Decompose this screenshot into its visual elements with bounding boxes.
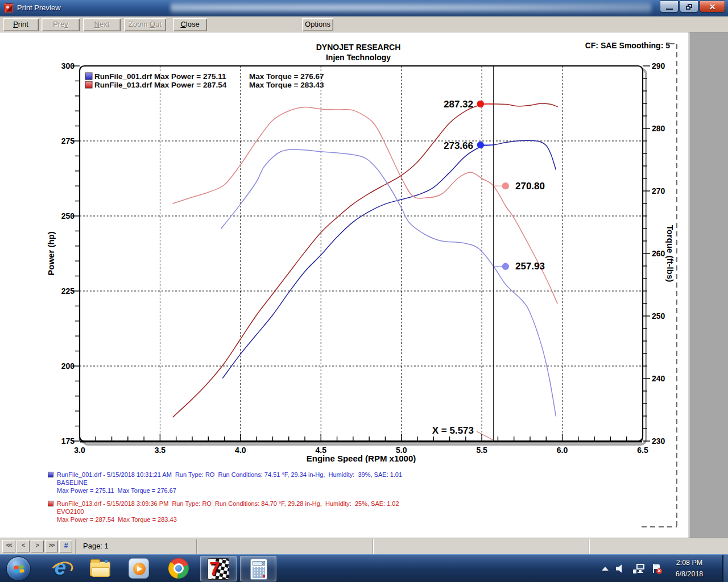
- y-right-tick-label: 230: [652, 436, 665, 446]
- legend-run013-power: RunFile_013.drf Max Power = 287.54: [94, 81, 227, 89]
- show-desktop-button[interactable]: [722, 555, 728, 582]
- x-tick-label: 6.5: [637, 446, 648, 455]
- y-left-tick-label: 300: [61, 61, 75, 70]
- run013-name: EVO2100: [57, 508, 84, 516]
- goto-page-button[interactable]: #: [59, 540, 72, 552]
- x-tick-label: 4.0: [235, 446, 246, 455]
- zoom-out-button[interactable]: Zoom Out: [124, 18, 166, 31]
- window-title: Print Preview: [17, 0, 61, 16]
- run001-name: BASELINE: [57, 479, 88, 487]
- legend-run001-power: RunFile_001.drf Max Power = 275.11: [94, 72, 226, 81]
- x-tick-label: 6.0: [557, 446, 568, 455]
- next-button[interactable]: Next: [83, 18, 121, 31]
- calculator-taskbar-button[interactable]: 0: [240, 556, 276, 581]
- annotation-power-013: 287.32: [444, 99, 473, 110]
- run001-conditions: RunFile_001.drf - 5/15/2018 10:31:21 AM …: [57, 471, 402, 479]
- cursor-marker: [477, 142, 484, 148]
- blurred-background-window-title: [171, 2, 651, 14]
- taskbar: e 7 0 ✕ 2:08 PM 6/8/2018: [0, 554, 728, 582]
- close-icon: ✕: [709, 2, 716, 11]
- hidden-icons-icon[interactable]: [602, 567, 609, 571]
- y-left-tick-label: 200: [61, 361, 75, 371]
- system-tray: ✕: [602, 555, 662, 582]
- annotation-power-001: 273.66: [444, 140, 473, 151]
- dyno-chart: 3.03.54.04.55.05.56.06.53002752502252001…: [0, 32, 728, 538]
- y-left-tick-label: 250: [61, 211, 75, 221]
- title-bar: Print Preview ✕: [0, 0, 728, 16]
- media-player-icon[interactable]: [129, 558, 149, 579]
- statusbar-divider: [75, 539, 76, 554]
- screen: Print Preview ✕ Print Prev Next Zoom Out…: [0, 0, 728, 582]
- cursor-marker: [502, 263, 509, 270]
- print-button[interactable]: Print: [3, 18, 39, 31]
- legend-run013-torque: Max Torque = 283.43: [249, 81, 324, 89]
- statusbar-divider: [196, 539, 197, 554]
- restore-button[interactable]: [680, 1, 698, 13]
- calculator-icon: 0: [250, 559, 267, 580]
- x-tick-label: 5.5: [476, 446, 487, 455]
- y-axis-left-label: Power (hp): [46, 231, 56, 276]
- y-axis-right-label: Torque (ft-lbs): [665, 225, 675, 282]
- annotation-torque-001: 257.93: [515, 261, 545, 272]
- run001-maxvalues: Max Power = 275.11 Max Torque = 276.67: [57, 487, 176, 494]
- toolbar: Print Prev Next Zoom Out Close Lock Aspe…: [0, 16, 728, 32]
- y-right-tick-label: 280: [652, 124, 665, 133]
- y-right-tick-label: 290: [652, 61, 665, 70]
- close-preview-button[interactable]: Close: [173, 18, 207, 31]
- y-left-tick-label: 175: [61, 436, 75, 446]
- legend: RunFile_001.drf Max Power = 275.11 Max T…: [85, 72, 324, 89]
- restore-icon: [686, 4, 692, 10]
- clock-date: 6/8/2018: [667, 568, 712, 580]
- file-explorer-icon[interactable]: [90, 558, 110, 576]
- run013-color-swatch: [48, 501, 53, 506]
- internet-explorer-icon[interactable]: e: [50, 558, 71, 579]
- run013-maxvalues: Max Power = 287.54 Max Torque = 283.43: [57, 516, 177, 523]
- chrome-icon[interactable]: [168, 558, 189, 579]
- minimize-button[interactable]: [660, 1, 679, 13]
- chart-title: DYNOJET RESEARCH: [316, 43, 401, 52]
- cursor-marker: [477, 101, 484, 107]
- action-center-icon[interactable]: ✕: [652, 564, 662, 574]
- print-preview-page: 3.03.54.04.55.05.56.06.53002752502252001…: [0, 32, 728, 538]
- y-right-tick-label: 250: [652, 311, 665, 321]
- prev-button[interactable]: Prev: [42, 18, 80, 31]
- y-right-tick-label: 260: [652, 249, 665, 258]
- run001-color-swatch: [48, 472, 53, 477]
- prev-page-button[interactable]: <: [16, 540, 30, 552]
- volume-icon[interactable]: [616, 564, 626, 573]
- status-bar: << < > >> # Page: 1: [0, 538, 728, 554]
- network-icon[interactable]: [633, 564, 644, 573]
- next-page-button[interactable]: >: [31, 540, 44, 552]
- statusbar-divider: [589, 539, 589, 554]
- legend-swatch-run013: [85, 81, 92, 88]
- chart-subtitle: Injen Technology: [326, 53, 391, 62]
- correction-label: CF: SAE Smoothing: 5: [585, 41, 671, 50]
- annotation-torque-013: 270.80: [515, 181, 545, 192]
- dynojet-icon: 7: [208, 558, 229, 580]
- plot-background: [80, 66, 643, 441]
- clock-time: 2:08 PM: [667, 557, 712, 568]
- run013-conditions: RunFile_013.drf - 5/15/2018 3:09:36 PM R…: [57, 500, 399, 508]
- x-axis-label: Engine Speed (RPM x1000): [307, 454, 416, 463]
- y-left-tick-label: 275: [61, 136, 75, 146]
- dynojet-app-taskbar-button[interactable]: 7: [200, 556, 237, 581]
- x-tick-label: 3.0: [74, 446, 85, 455]
- first-page-button[interactable]: <<: [2, 540, 15, 552]
- y-left-tick-label: 225: [61, 286, 75, 296]
- cursor-marker: [502, 182, 509, 189]
- close-button[interactable]: ✕: [700, 1, 725, 13]
- x-tick-label: 3.5: [155, 446, 166, 455]
- start-button[interactable]: [6, 556, 31, 581]
- last-page-button[interactable]: >>: [45, 540, 58, 552]
- statusbar-divider: [373, 539, 373, 554]
- options-button[interactable]: Options: [302, 18, 333, 31]
- taskbar-clock[interactable]: 2:08 PM 6/8/2018: [667, 557, 712, 580]
- legend-swatch-run001: [85, 73, 92, 80]
- cursor-x-label: X = 5.573: [432, 425, 474, 436]
- minimize-icon: [666, 9, 673, 10]
- out-of-page-area: [690, 32, 728, 538]
- windows-logo-icon: [14, 565, 24, 573]
- legend-run001-torque: Max Torque = 276.67: [249, 72, 324, 81]
- page-indicator: Page: 1: [83, 542, 109, 550]
- y-right-tick-label: 270: [652, 186, 665, 196]
